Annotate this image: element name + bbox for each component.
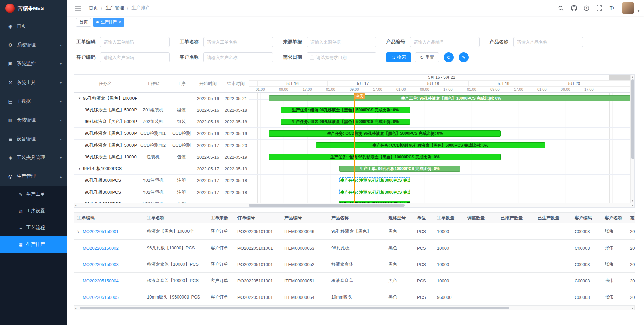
- avatar-caret-icon[interactable]: ▾: [638, 9, 639, 14]
- orders-header-cell: 产品编号: [281, 215, 328, 221]
- order-row[interactable]: MO202205150003 移液盒盒体【10000】PCS 客户订单 PO20…: [74, 256, 635, 273]
- tab-production-scheduling[interactable]: 生产排产 ×: [93, 18, 124, 27]
- work-order-name-input[interactable]: [203, 37, 273, 47]
- sidebar-item-production[interactable]: ◎ 生产管理 ▴: [0, 167, 67, 186]
- sidebar-subitem-scheduling[interactable]: ▦ 生产排产: [0, 236, 67, 253]
- scroll-left-icon[interactable]: ◂: [75, 306, 76, 309]
- gantt-bar[interactable]: 生产工单: 96孔孔板10000PCS 完成比例: 0%: [339, 166, 460, 172]
- gantt-task-row[interactable]: 96孔孔板3000PCS Y03注塑机 注塑 2022-05-17 2022-0…: [74, 198, 249, 203]
- gantt-task-row[interactable]: ▼96孔孔板10000PCS 2022-05-17 2022-05-19: [74, 163, 249, 175]
- sidebar-item-master-data[interactable]: ▤ 主数据 ▾: [0, 92, 67, 111]
- orders-header-cell: 已生产数量: [534, 215, 571, 221]
- customer-name-input[interactable]: [203, 52, 273, 62]
- scroll-right-icon[interactable]: ▸: [632, 306, 633, 309]
- gantt-task-row[interactable]: 96孔孔板3000PCS Y01注塑机 注塑 2022-05-17 2022-0…: [74, 175, 249, 186]
- gantt-bar[interactable]: 生产任务: 包装 96孔移液盒【黑色】10000PCS 完成比例: 0%: [269, 154, 501, 160]
- sidebar-item-home[interactable]: ◉ 首页: [0, 17, 67, 36]
- hamburger-menu-icon[interactable]: [74, 4, 83, 12]
- work-order-code-input[interactable]: [100, 37, 170, 47]
- demand-date-input[interactable]: [316, 55, 373, 60]
- order-row[interactable]: MO202205150004 移液盒盒盖【10000】PCS 客户订单 PO20…: [74, 273, 635, 289]
- tab-close-icon[interactable]: ×: [119, 20, 121, 25]
- gantt-task-row[interactable]: 96孔移液盒【黑色】10000PCS 包装机 包装 2022-05-16 202…: [74, 151, 249, 163]
- gantt-bar[interactable]: 生产任务: 注塑 96孔孔板3000PCS 完成比例: 0%: [339, 177, 410, 183]
- end-time-cell: 2022-05-19: [222, 155, 249, 160]
- scroll-left-icon[interactable]: ◂: [75, 204, 76, 207]
- gantt-bar[interactable]: 生产任务: CCD检测 96孔移液盒【黑色】5000PCS 完成比例: 0%: [316, 142, 545, 148]
- sidebar-subitem-process-settings[interactable]: ▧ 工序设置: [0, 203, 67, 219]
- github-icon[interactable]: [569, 3, 579, 13]
- product-name-input[interactable]: [513, 37, 583, 47]
- order-row[interactable]: MO202205150005 10mm吸头【960000】PCS 客户订单 PO…: [74, 289, 635, 306]
- sidebar-subitem-label: 工艺流程: [26, 225, 45, 231]
- gantt-task-row[interactable]: 96孔移液盒【黑色】5000PCS Z01组装机 组装 2022-05-16 2…: [74, 104, 249, 116]
- gantt-task-row[interactable]: 96孔移液盒【黑色】5000PCS Z02组装机 组装 2022-05-16 2…: [74, 116, 249, 128]
- customer-code-input[interactable]: [100, 52, 170, 62]
- sidebar-subitem-process-flow[interactable]: ≡ 工艺流程: [0, 219, 67, 236]
- user-avatar[interactable]: [622, 2, 634, 14]
- order-cell: 客户订单: [207, 261, 234, 267]
- gantt-task-row[interactable]: 96孔孔板3000PCS Y02注塑机 注塑 2022-05-17 2022-0…: [74, 186, 249, 198]
- edit-circle-button[interactable]: ✎: [459, 52, 469, 62]
- orders-horizontal-scrollbar[interactable]: ◂ ▸: [74, 306, 635, 310]
- font-size-icon[interactable]: TT: [607, 3, 617, 13]
- order-code-link[interactable]: MO202205150003: [83, 262, 119, 267]
- gantt-task-row[interactable]: ▼96孔移液盒【黑色】10000PCS 2022-05-16 2022-05-2…: [74, 93, 249, 104]
- scroll-up-icon[interactable]: ▴: [632, 75, 633, 78]
- fullscreen-icon[interactable]: [594, 3, 604, 13]
- edit-icon: ✎: [462, 55, 466, 60]
- order-code-link[interactable]: MO202205150005: [83, 295, 119, 300]
- order-row[interactable]: ∨MO202205150001 移液盒【黑色】10000个 客户订单 PO202…: [74, 223, 635, 240]
- search-icon[interactable]: [556, 3, 566, 13]
- breadcrumb-item-scheduling: 生产排产: [131, 5, 150, 11]
- order-code-link[interactable]: MO202205150001: [83, 229, 119, 234]
- gantt-vertical-scrollbar[interactable]: ▴ ▾: [630, 75, 634, 203]
- collapse-caret-icon[interactable]: ▼: [78, 97, 81, 100]
- help-icon[interactable]: ?: [582, 3, 592, 13]
- sidebar-item-system-tools[interactable]: ⚒ 系统工具 ▾: [0, 73, 67, 92]
- reset-button[interactable]: ↻ 重置: [415, 52, 439, 62]
- scrollbar-thumb[interactable]: [249, 204, 405, 207]
- breadcrumb-item-home[interactable]: 首页: [89, 5, 98, 11]
- sidebar-item-equipment[interactable]: ≣ 设备管理 ▾: [0, 129, 67, 148]
- gantt-bar[interactable]: 生产任务: 组装 96孔移液盒【黑色】5000PCS 完成比例: 0%: [281, 107, 410, 113]
- search-button[interactable]: 搜索: [386, 52, 411, 62]
- scroll-right-icon[interactable]: ▸: [632, 204, 633, 207]
- app-logo[interactable]: 苦糖果MES: [0, 0, 67, 17]
- timeline-hour-label: 01:00: [537, 87, 547, 92]
- sidebar-subitem-work-order[interactable]: ✎ 生产工单: [0, 186, 67, 203]
- breadcrumb-item-production[interactable]: 生产管理: [105, 5, 124, 11]
- scroll-down-icon[interactable]: ▾: [632, 199, 633, 202]
- refresh-circle-button[interactable]: ↻: [444, 52, 454, 62]
- expand-chevron-icon[interactable]: ∨: [77, 229, 83, 234]
- order-cell: 黑色: [385, 261, 414, 267]
- scrollbar-thumb[interactable]: [80, 307, 509, 309]
- source-doc-input[interactable]: [307, 37, 376, 47]
- gantt-task-row[interactable]: 96孔移液盒【黑色】5000PCS CCD检测#02 CCD检测 2022-05…: [74, 140, 249, 151]
- gantt-bar[interactable]: 生产工单: 96孔移液盒【黑色】10000PCS 完成比例: 0%: [269, 95, 633, 101]
- scrollbar-thumb[interactable]: [631, 79, 634, 159]
- task-name-cell: 96孔移液盒【黑色】5000PCS: [74, 130, 137, 137]
- collapse-caret-icon[interactable]: ▼: [78, 167, 81, 170]
- orders-header-cell: 订单编号: [234, 215, 281, 221]
- order-code-link[interactable]: MO202205150002: [83, 246, 119, 251]
- gantt-horizontal-scrollbar[interactable]: ◂ ▸: [74, 203, 634, 207]
- product-code-input[interactable]: [410, 37, 480, 47]
- sidebar-item-system-management[interactable]: ⚙ 系统管理 ▾: [0, 36, 67, 54]
- gantt-bar[interactable]: 生产任务: 注塑 96孔孔板3000PCS 完成比例: 0%: [339, 189, 410, 195]
- sidebar-item-warehouse[interactable]: ▥ 仓储管理 ▾: [0, 111, 67, 129]
- gantt-bar[interactable]: 生产任务: 组装 96孔移液盒【黑色】5000PCS 完成比例: 0%: [281, 119, 410, 125]
- gantt-task-row[interactable]: 96孔移液盒【黑色】5000PCS CCD检测#01 CCD检测 2022-05…: [74, 128, 249, 140]
- gantt-bar[interactable]: 生产任务: CCD检测 96孔移液盒【黑色】5000PCS 完成比例: 0%: [269, 130, 501, 137]
- order-row[interactable]: MO202205150002 96孔孔板【10000】PCS 客户订单 PO20…: [74, 240, 635, 256]
- order-cell: C00003: [571, 229, 601, 234]
- tab-home[interactable]: 首页: [76, 18, 91, 27]
- demand-date-picker[interactable]: [307, 52, 376, 62]
- active-tab-dot: [96, 21, 99, 23]
- order-code-link[interactable]: MO202205150004: [83, 278, 119, 283]
- task-name: 96孔孔板10000PCS: [83, 166, 137, 172]
- order-cell: 客户订单: [207, 245, 234, 251]
- sidebar-item-system-monitor[interactable]: ▣ 系统监控 ▾: [0, 54, 67, 73]
- sidebar-item-fixture[interactable]: ◈ 工装夹具管理 ▾: [0, 148, 67, 167]
- workstation-cell: Z01组装机: [137, 107, 169, 113]
